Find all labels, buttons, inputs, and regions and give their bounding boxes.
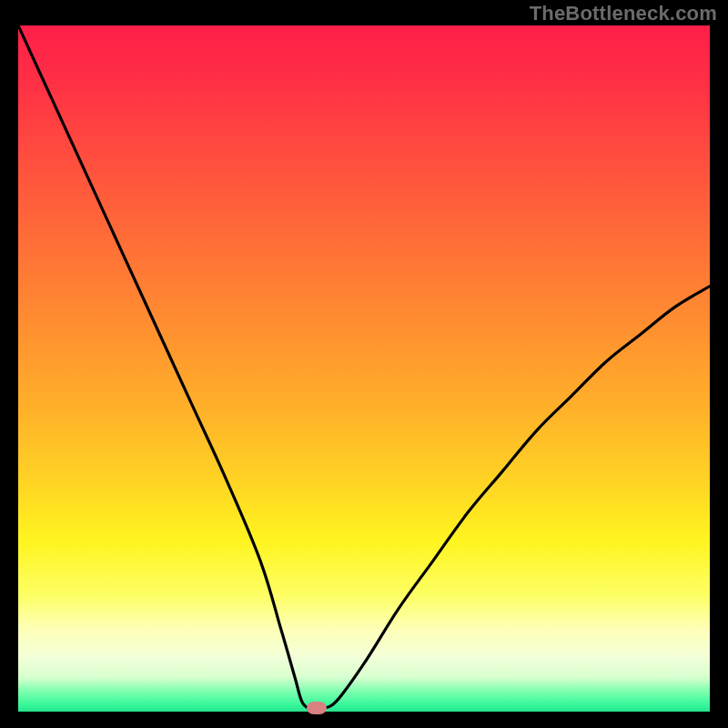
optimal-point-marker xyxy=(307,702,327,714)
chart-frame: TheBottleneck.com xyxy=(0,0,728,728)
plot-area xyxy=(18,25,710,712)
bottleneck-curve xyxy=(18,25,710,712)
curve-path xyxy=(18,25,710,709)
watermark-text: TheBottleneck.com xyxy=(530,2,717,25)
